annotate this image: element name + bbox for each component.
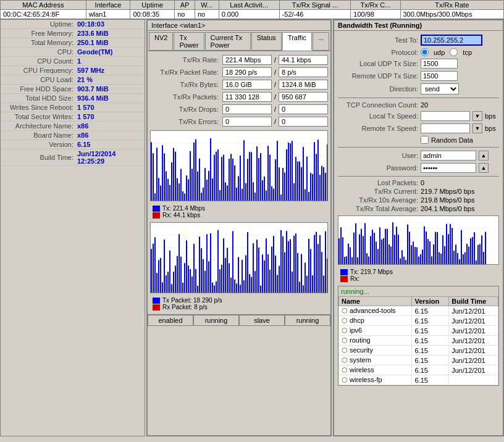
sidebar-label: CPU: xyxy=(3,48,77,56)
interface-row: Tx/Rx Rate: 221.4 Mbps / 44.1 kbps xyxy=(150,54,328,66)
if-label: Tx/Rx Packet Rate: xyxy=(150,69,222,76)
if-value: 0 / 0 xyxy=(222,104,328,114)
bandwidth-graph xyxy=(338,215,499,265)
interface-row: Tx/Rx Bytes: 16.0 GiB / 1324.8 MiB xyxy=(150,78,328,91)
if-val-tx: 0 xyxy=(222,117,272,127)
tab-...[interactable]: ... xyxy=(313,32,329,51)
pkg-name: ⬡advanced-tools xyxy=(339,306,412,316)
interface-status-bar: enabledrunningslaverunning xyxy=(148,314,330,326)
pkg-build: Jun/12/201 xyxy=(449,306,498,316)
remote-tx-spin-btn[interactable]: ▼ xyxy=(472,123,482,133)
sidebar-label: Writes Since Reboot: xyxy=(3,104,77,111)
traffic-graph-1 xyxy=(150,130,328,201)
sidebar-label: Board Name: xyxy=(3,131,77,139)
local-udp-input[interactable] xyxy=(421,59,458,69)
tx-legend-1: Tx: 221.4 Mbps xyxy=(162,205,205,212)
interface-row: Tx/Rx Drops: 0 / 0 xyxy=(150,103,328,115)
radio-udp[interactable] xyxy=(421,48,429,56)
tab-status[interactable]: Status xyxy=(251,32,282,51)
pkg-col-name: Name xyxy=(339,297,412,306)
pkg-build: Jun/12/201 xyxy=(449,336,498,346)
random-data-checkbox[interactable] xyxy=(421,136,429,144)
password-input[interactable] xyxy=(421,163,476,173)
user-input[interactable] xyxy=(421,151,476,161)
package-row: ⬡dhcp 6.15 Jun/12/201 xyxy=(339,316,498,326)
bandwidth-panel: Bandwidth Test (Running) Test To: Protoc… xyxy=(333,19,504,436)
col-mac: MAC Address xyxy=(1,1,86,10)
tx-rx-total-value: 204.1 Mbps/0 bps xyxy=(421,205,474,212)
if-val-rx: 8 p/s xyxy=(279,67,328,77)
pkg-version: 6.15 xyxy=(412,306,449,316)
pkg-name: ⬡wireless xyxy=(339,365,412,375)
cell-mac: 00:0C:42:65:24:8F xyxy=(1,10,86,19)
tab-nv2[interactable]: NV2 xyxy=(149,32,173,51)
sidebar-row: CPU Frequency:597 MHz xyxy=(1,66,145,75)
tcp-conn-label: TCP Connection Count: xyxy=(338,101,418,109)
sidebar-label: Version: xyxy=(3,141,77,148)
package-row: ⬡security 6.15 Jun/12/201 xyxy=(339,346,498,356)
interface-row: Tx/Rx Packets: 11 330 128 / 950 687 xyxy=(150,91,328,103)
radio-tcp[interactable] xyxy=(450,48,458,56)
pkg-name: ⬡ipv6 xyxy=(339,326,412,336)
sidebar-value: 233.6 MiB xyxy=(77,30,109,37)
if-sep: / xyxy=(274,118,276,125)
test-to-input[interactable] xyxy=(421,35,482,46)
bandwidth-content: Test To: Protocol: udp tcp Local UDP Tx … xyxy=(334,31,503,388)
sidebar-label: Total HDD Size: xyxy=(3,94,77,102)
pkg-version: 6.15 xyxy=(412,365,449,375)
status-item: running xyxy=(193,315,239,326)
tab-traffic[interactable]: Traffic xyxy=(282,32,312,51)
bw-rx-legend: Rx: xyxy=(350,275,359,282)
if-val-rx: 0 xyxy=(279,104,328,114)
if-value: 18 290 p/s / 8 p/s xyxy=(222,67,328,77)
if-val-tx: 18 290 p/s xyxy=(222,67,272,77)
pkg-version: 6.15 xyxy=(412,316,449,326)
cell-rate: 300.0Mbps/300.0Mbps xyxy=(400,10,504,19)
tx-rx-10s-value: 219.8 Mbps/0 bps xyxy=(421,196,474,204)
pkg-build: Jun/12/201 xyxy=(449,316,498,326)
cell-ap: no xyxy=(175,10,195,19)
if-val-rx: 950 687 xyxy=(279,92,328,102)
sidebar-value: 6.15 xyxy=(77,141,90,148)
package-row: ⬡wireless 6.15 Jun/12/201 xyxy=(339,365,498,375)
remote-tx-speed-input[interactable] xyxy=(421,123,470,133)
tx-rx-total-label: Tx/Rx Total Average: xyxy=(338,205,418,212)
if-value: 11 330 128 / 950 687 xyxy=(222,92,328,102)
if-value: 0 / 0 xyxy=(222,117,328,127)
package-row: ⬡wireless-fp 6.15 xyxy=(339,375,498,385)
local-tx-spin-btn[interactable]: ▼ xyxy=(472,111,482,121)
pkg-version: 6.15 xyxy=(412,356,449,365)
sidebar-value: x86 xyxy=(77,131,88,139)
tx-rx-current-value: 219.7 Mbps/0 bps xyxy=(421,188,474,195)
cell-uptime: 00:08:35 xyxy=(130,10,175,19)
local-tx-speed-input[interactable] xyxy=(421,111,470,121)
pkg-name: ⬡wireless-fp xyxy=(339,375,412,385)
col-signal: Tx/Rx Signal ... xyxy=(279,1,351,10)
cell-signal: -52/-46 xyxy=(279,10,351,19)
remote-udp-input[interactable] xyxy=(421,71,458,81)
pkg-name: ⬡dhcp xyxy=(339,316,412,326)
if-value: 16.0 GiB / 1324.8 MiB xyxy=(222,80,328,90)
col-ap: AP xyxy=(175,1,195,10)
pkg-build: Jun/12/201 xyxy=(449,356,498,365)
sidebar-value: x86 xyxy=(77,122,88,130)
sidebar: Uptime:00:18:03Free Memory:233.6 MiBTota… xyxy=(0,19,145,436)
sidebar-label: Total Memory: xyxy=(3,39,77,46)
tab-current-tx-power[interactable]: Current Tx Power xyxy=(205,32,251,51)
if-label: Tx/Rx Packets: xyxy=(150,93,222,101)
packages-table: Name Version Build Time ⬡advanced-tools … xyxy=(338,296,498,385)
password-spin-btn[interactable]: ▲ xyxy=(479,163,489,173)
col-last-activity: Last Activit... xyxy=(219,1,279,10)
col-interface: Interface xyxy=(86,1,130,10)
if-val-rx: 1324.8 MiB xyxy=(279,80,328,90)
tab-tx-power[interactable]: Tx Power xyxy=(174,32,204,51)
interface-panel: Interface <wlan1> NV2Tx PowerCurrent Tx … xyxy=(146,19,332,436)
if-val-tx: 0 xyxy=(222,104,272,114)
pkg-name: ⬡security xyxy=(339,346,412,356)
direction-select[interactable]: send receive both xyxy=(421,83,459,94)
col-w: W... xyxy=(195,1,219,10)
graph1-legend: Tx: 221.4 Mbps Rx: 44.1 kbps xyxy=(150,204,328,220)
pkg-build: Jun/12/201 xyxy=(449,365,498,375)
remote-tx-unit: bps xyxy=(485,125,496,132)
user-spin-btn[interactable]: ▲ xyxy=(479,151,489,161)
